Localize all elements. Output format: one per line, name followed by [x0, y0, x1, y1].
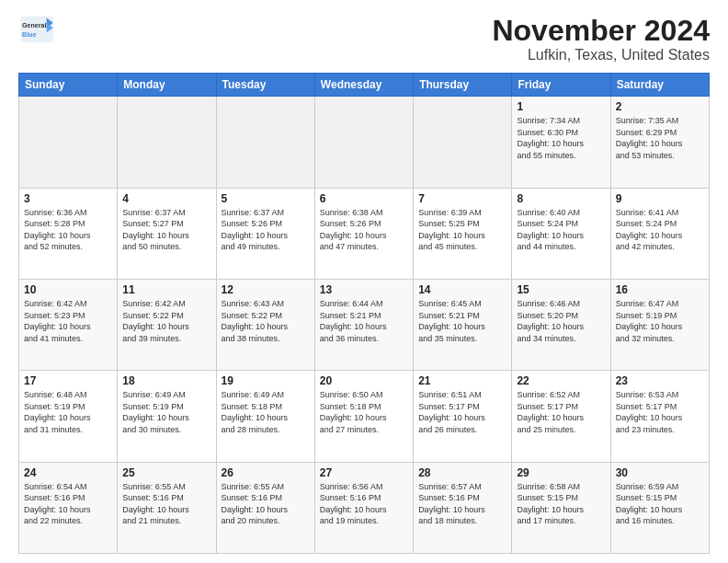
day-number: 4	[122, 192, 210, 205]
calendar-cell: 12Sunrise: 6:43 AM Sunset: 5:22 PM Dayli…	[216, 279, 314, 370]
week-row-4: 24Sunrise: 6:54 AM Sunset: 5:16 PM Dayli…	[19, 462, 710, 553]
calendar-cell: 18Sunrise: 6:49 AM Sunset: 5:19 PM Dayli…	[118, 371, 216, 462]
day-info: Sunrise: 6:44 AM Sunset: 5:21 PM Dayligh…	[320, 298, 408, 344]
calendar-body: 1Sunrise: 7:34 AM Sunset: 6:30 PM Daylig…	[19, 97, 710, 554]
day-number: 21	[418, 374, 506, 387]
calendar-cell: 22Sunrise: 6:52 AM Sunset: 5:17 PM Dayli…	[512, 371, 610, 462]
calendar-cell: 14Sunrise: 6:45 AM Sunset: 5:21 PM Dayli…	[414, 279, 512, 370]
day-info: Sunrise: 6:41 AM Sunset: 5:24 PM Dayligh…	[616, 207, 704, 253]
day-number: 29	[517, 466, 605, 479]
calendar-cell: 5Sunrise: 6:37 AM Sunset: 5:26 PM Daylig…	[216, 188, 314, 279]
calendar-cell: 29Sunrise: 6:58 AM Sunset: 5:15 PM Dayli…	[512, 462, 610, 553]
calendar-cell: 13Sunrise: 6:44 AM Sunset: 5:21 PM Dayli…	[314, 279, 413, 370]
calendar-cell: 21Sunrise: 6:51 AM Sunset: 5:17 PM Dayli…	[414, 371, 512, 462]
calendar-cell: 26Sunrise: 6:55 AM Sunset: 5:16 PM Dayli…	[216, 462, 314, 553]
day-info: Sunrise: 6:37 AM Sunset: 5:27 PM Dayligh…	[122, 207, 210, 253]
day-info: Sunrise: 6:46 AM Sunset: 5:20 PM Dayligh…	[517, 298, 605, 344]
weekday-header-row: SundayMondayTuesdayWednesdayThursdayFrid…	[19, 74, 710, 97]
day-number: 5	[222, 192, 310, 205]
calendar-cell: 15Sunrise: 6:46 AM Sunset: 5:20 PM Dayli…	[512, 279, 610, 370]
day-number: 9	[616, 192, 704, 205]
calendar-cell	[19, 97, 118, 188]
calendar-cell	[414, 97, 512, 188]
weekday-header-sunday: Sunday	[19, 74, 118, 97]
calendar-table: SundayMondayTuesdayWednesdayThursdayFrid…	[18, 73, 710, 554]
day-info: Sunrise: 6:55 AM Sunset: 5:16 PM Dayligh…	[122, 481, 210, 527]
day-number: 28	[418, 466, 506, 479]
calendar-cell: 4Sunrise: 6:37 AM Sunset: 5:27 PM Daylig…	[118, 188, 216, 279]
day-number: 3	[24, 192, 112, 205]
day-number: 22	[517, 374, 605, 387]
day-info: Sunrise: 6:43 AM Sunset: 5:22 PM Dayligh…	[222, 298, 310, 344]
location-subtitle: Lufkin, Texas, United States	[492, 47, 710, 63]
calendar-cell: 19Sunrise: 6:49 AM Sunset: 5:18 PM Dayli…	[216, 371, 314, 462]
day-number: 11	[122, 283, 210, 296]
day-number: 20	[320, 374, 408, 387]
svg-text:General: General	[22, 22, 47, 29]
day-number: 30	[616, 466, 704, 479]
header: General Blue November 2024 Lufkin, Texas…	[18, 15, 710, 63]
week-row-1: 3Sunrise: 6:36 AM Sunset: 5:28 PM Daylig…	[19, 188, 710, 279]
day-number: 19	[222, 374, 310, 387]
day-info: Sunrise: 6:48 AM Sunset: 5:19 PM Dayligh…	[24, 389, 112, 435]
calendar-cell: 3Sunrise: 6:36 AM Sunset: 5:28 PM Daylig…	[19, 188, 118, 279]
calendar-cell: 17Sunrise: 6:48 AM Sunset: 5:19 PM Dayli…	[19, 371, 118, 462]
day-info: Sunrise: 6:42 AM Sunset: 5:23 PM Dayligh…	[24, 298, 112, 344]
week-row-2: 10Sunrise: 6:42 AM Sunset: 5:23 PM Dayli…	[19, 279, 710, 370]
calendar-cell: 16Sunrise: 6:47 AM Sunset: 5:19 PM Dayli…	[610, 279, 709, 370]
day-number: 13	[320, 283, 408, 296]
day-number: 10	[24, 283, 112, 296]
page: General Blue November 2024 Lufkin, Texas…	[0, 0, 728, 563]
calendar-cell: 28Sunrise: 6:57 AM Sunset: 5:16 PM Dayli…	[414, 462, 512, 553]
day-number: 7	[418, 192, 506, 205]
calendar-cell	[216, 97, 314, 188]
day-number: 8	[517, 192, 605, 205]
calendar-header: SundayMondayTuesdayWednesdayThursdayFrid…	[19, 74, 710, 97]
day-info: Sunrise: 6:49 AM Sunset: 5:18 PM Dayligh…	[222, 389, 310, 435]
day-info: Sunrise: 6:40 AM Sunset: 5:24 PM Dayligh…	[517, 207, 605, 253]
day-info: Sunrise: 6:55 AM Sunset: 5:16 PM Dayligh…	[222, 481, 310, 527]
weekday-header-thursday: Thursday	[414, 74, 512, 97]
day-info: Sunrise: 6:39 AM Sunset: 5:25 PM Dayligh…	[418, 207, 506, 253]
calendar-cell: 30Sunrise: 6:59 AM Sunset: 5:15 PM Dayli…	[610, 462, 709, 553]
month-year-title: November 2024	[492, 15, 710, 47]
day-info: Sunrise: 6:53 AM Sunset: 5:17 PM Dayligh…	[616, 389, 704, 435]
day-info: Sunrise: 6:45 AM Sunset: 5:21 PM Dayligh…	[418, 298, 506, 344]
calendar-cell: 20Sunrise: 6:50 AM Sunset: 5:18 PM Dayli…	[314, 371, 413, 462]
day-number: 27	[320, 466, 408, 479]
title-block: November 2024 Lufkin, Texas, United Stat…	[492, 15, 710, 63]
day-info: Sunrise: 6:56 AM Sunset: 5:16 PM Dayligh…	[320, 481, 408, 527]
calendar-cell: 1Sunrise: 7:34 AM Sunset: 6:30 PM Daylig…	[512, 97, 610, 188]
day-number: 15	[517, 283, 605, 296]
day-number: 24	[24, 466, 112, 479]
calendar-cell: 23Sunrise: 6:53 AM Sunset: 5:17 PM Dayli…	[610, 371, 709, 462]
day-info: Sunrise: 6:54 AM Sunset: 5:16 PM Dayligh…	[24, 481, 112, 527]
calendar-cell: 10Sunrise: 6:42 AM Sunset: 5:23 PM Dayli…	[19, 279, 118, 370]
day-info: Sunrise: 6:57 AM Sunset: 5:16 PM Dayligh…	[418, 481, 506, 527]
day-info: Sunrise: 6:38 AM Sunset: 5:26 PM Dayligh…	[320, 207, 408, 253]
calendar-cell: 9Sunrise: 6:41 AM Sunset: 5:24 PM Daylig…	[610, 188, 709, 279]
calendar-cell: 27Sunrise: 6:56 AM Sunset: 5:16 PM Dayli…	[314, 462, 413, 553]
weekday-header-friday: Friday	[512, 74, 610, 97]
weekday-header-monday: Monday	[118, 74, 216, 97]
calendar-cell: 8Sunrise: 6:40 AM Sunset: 5:24 PM Daylig…	[512, 188, 610, 279]
logo: General Blue	[18, 15, 55, 44]
day-number: 18	[122, 374, 210, 387]
day-info: Sunrise: 6:42 AM Sunset: 5:22 PM Dayligh…	[122, 298, 210, 344]
day-info: Sunrise: 6:51 AM Sunset: 5:17 PM Dayligh…	[418, 389, 506, 435]
day-info: Sunrise: 6:47 AM Sunset: 5:19 PM Dayligh…	[616, 298, 704, 344]
day-number: 25	[122, 466, 210, 479]
weekday-header-saturday: Saturday	[610, 74, 709, 97]
day-info: Sunrise: 6:36 AM Sunset: 5:28 PM Dayligh…	[24, 207, 112, 253]
calendar-cell: 7Sunrise: 6:39 AM Sunset: 5:25 PM Daylig…	[414, 188, 512, 279]
day-info: Sunrise: 6:50 AM Sunset: 5:18 PM Dayligh…	[320, 389, 408, 435]
calendar-cell: 24Sunrise: 6:54 AM Sunset: 5:16 PM Dayli…	[19, 462, 118, 553]
day-info: Sunrise: 6:58 AM Sunset: 5:15 PM Dayligh…	[517, 481, 605, 527]
day-info: Sunrise: 6:59 AM Sunset: 5:15 PM Dayligh…	[616, 481, 704, 527]
calendar-cell: 6Sunrise: 6:38 AM Sunset: 5:26 PM Daylig…	[314, 188, 413, 279]
day-number: 23	[616, 374, 704, 387]
day-number: 14	[418, 283, 506, 296]
day-number: 26	[222, 466, 310, 479]
day-number: 16	[616, 283, 704, 296]
day-number: 1	[517, 100, 605, 113]
